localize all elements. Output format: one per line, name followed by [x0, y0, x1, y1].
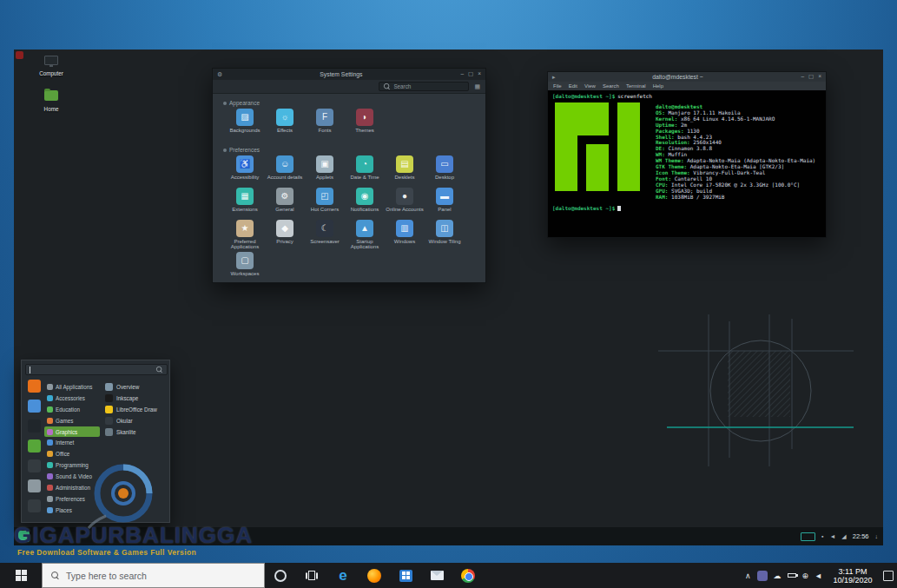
settings-item-notifications[interactable]: ◉Notifications	[345, 188, 385, 220]
internet-icon	[47, 439, 53, 446]
menu-app-inkscape[interactable]: Inkscape	[103, 393, 169, 404]
hidden-icons-chevron[interactable]: ∧	[745, 571, 751, 580]
settings-item-label: Panel	[425, 207, 465, 212]
preferences-icon	[47, 496, 53, 502]
settings-item-desklets[interactable]: ▤Desklets	[385, 155, 425, 188]
start-button[interactable]	[0, 563, 42, 588]
settings-item-hot-corners[interactable]: ◰Hot Corners	[305, 188, 345, 220]
settings-icon-grid: ♿Accessibility☺Account details▣Applets◔D…	[225, 155, 472, 284]
view-toggle-icon[interactable]: ▦	[474, 83, 480, 90]
onedrive-icon[interactable]: ☁	[774, 571, 782, 580]
menu-category-education[interactable]: Education	[44, 404, 100, 415]
settings-item-label: Applets	[305, 175, 345, 180]
close-button[interactable]: ×	[478, 71, 481, 77]
menu-app-overview[interactable]: Overview	[103, 381, 169, 393]
shutdown-icon[interactable]	[28, 499, 41, 512]
settings-item-workspaces[interactable]: ▢Workspaces	[225, 252, 265, 284]
terminal-titlebar[interactable]: ▸ dalto@mdesktest ~ – ▢ ×	[548, 72, 826, 82]
maximize-button[interactable]: ▢	[468, 71, 473, 77]
file-manager-icon[interactable]	[28, 439, 41, 453]
web-browser-icon[interactable]	[28, 380, 41, 393]
menu-category-graphics[interactable]: Graphics	[44, 426, 100, 438]
mail-button[interactable]	[421, 563, 452, 588]
settings-item-panel[interactable]: ▬Panel	[425, 188, 465, 220]
settings-item-effects[interactable]: ☼Effects	[265, 109, 305, 141]
settings-titlebar[interactable]: ⚙ System Settings – ▢ ×	[213, 69, 485, 80]
menu-search-input[interactable]	[25, 364, 168, 375]
settings-item-general[interactable]: ⚙General	[265, 188, 305, 220]
settings-item-label: Date & Time	[345, 175, 385, 180]
settings-item-applets[interactable]: ▣Applets	[305, 155, 345, 188]
settings-item-startup-applications[interactable]: ▲Startup Applications	[345, 220, 385, 252]
notes-icon[interactable]: ▪	[821, 533, 823, 539]
terminal-body[interactable]: [dalto@mdesktest ~]$screenfetch dalto@md…	[548, 90, 826, 239]
close-button[interactable]: ×	[818, 74, 821, 80]
terminal-icon[interactable]	[28, 420, 41, 433]
settings-item-window-tiling[interactable]: ◫Window Tiling	[425, 220, 465, 252]
action-center-icon[interactable]	[883, 571, 894, 581]
settings-item-label: General	[265, 207, 305, 212]
network-icon[interactable]: ◢	[841, 533, 846, 540]
menu-app-skanlite[interactable]: Skanlite	[103, 426, 169, 438]
inner-clock[interactable]: 22:56	[853, 532, 869, 540]
text-cursor	[30, 367, 30, 373]
settings-item-screensaver[interactable]: ☾Screensaver	[305, 220, 345, 252]
store-button[interactable]	[390, 563, 421, 588]
settings-item-online-accounts[interactable]: ●Online Accounts	[385, 188, 425, 220]
maximize-button[interactable]: ▢	[808, 74, 814, 80]
settings-item-themes[interactable]: ◗Themes	[345, 109, 385, 141]
cortana-button[interactable]	[265, 563, 296, 588]
menu-app-okular[interactable]: Okular	[103, 415, 169, 426]
volume-icon[interactable]: ◄	[815, 571, 822, 580]
terminal-menu-help[interactable]: Help	[653, 83, 663, 89]
terminal-menu-file[interactable]: File	[553, 83, 562, 89]
system-settings-window: ⚙ System Settings – ▢ × Search ▦ Appeara…	[212, 68, 486, 283]
settings-item-accessibility[interactable]: ♿Accessibility	[225, 155, 265, 188]
logout-icon[interactable]	[28, 479, 41, 492]
all-applications-icon	[47, 384, 53, 390]
desklets-icon: ▤	[396, 155, 413, 173]
desktop-icon-computer[interactable]: Computer	[31, 53, 71, 76]
terminal-menu-view[interactable]: View	[584, 83, 596, 89]
settings-item-fonts[interactable]: FFonts	[305, 109, 345, 141]
desktop-icon-home[interactable]: Home	[31, 89, 71, 112]
menu-category-accessories[interactable]: Accessories	[44, 393, 100, 404]
terminal-menu-search[interactable]: Search	[603, 83, 619, 89]
chrome-button[interactable]	[452, 563, 484, 588]
updates-icon[interactable]: ↓	[875, 533, 879, 539]
extensions-icon: ▦	[236, 188, 254, 205]
network-icon[interactable]: ⊕	[802, 571, 809, 580]
terminal-menu-edit[interactable]: Edit	[569, 83, 577, 89]
firefox-button[interactable]	[359, 563, 390, 588]
menu-category-internet[interactable]: Internet	[44, 437, 100, 448]
settings-search-input[interactable]: Search	[379, 82, 469, 91]
window-list-icon[interactable]	[801, 532, 815, 541]
minimize-button[interactable]: –	[801, 74, 804, 80]
edge-button[interactable]: e	[327, 563, 359, 588]
settings-item-backgrounds[interactable]: ▨Backgrounds	[225, 109, 265, 141]
settings-item-preferred-applications[interactable]: ★Preferred Applications	[225, 220, 265, 252]
menu-category-all-applications[interactable]: All Applications	[44, 381, 100, 393]
task-view-button[interactable]	[296, 563, 327, 588]
settings-item-desktop[interactable]: ▭Desktop	[425, 155, 465, 188]
teams-icon[interactable]	[757, 571, 768, 581]
terminal-menu-terminal[interactable]: Terminal	[626, 83, 646, 89]
lock-screen-icon[interactable]	[28, 459, 41, 472]
software-manager-icon[interactable]	[28, 400, 41, 413]
minimize-button[interactable]: –	[460, 71, 464, 77]
settings-item-windows[interactable]: ▥Windows	[385, 220, 425, 252]
settings-item-privacy[interactable]: ◆Privacy	[265, 220, 305, 252]
privacy-icon: ◆	[276, 220, 294, 237]
menu-category-games[interactable]: Games	[44, 415, 100, 426]
settings-item-label: Preferred Applications	[225, 239, 265, 250]
settings-item-extensions[interactable]: ▦Extensions	[225, 188, 265, 220]
fonts-icon: F	[316, 109, 333, 126]
store-icon	[399, 570, 412, 582]
menu-app-libreoffice-draw[interactable]: LibreOffice Draw	[103, 404, 169, 415]
settings-item-date-time[interactable]: ◔Date & Time	[345, 155, 385, 188]
settings-item-account-details[interactable]: ☺Account details	[265, 155, 305, 188]
battery-icon[interactable]	[788, 573, 796, 578]
taskbar-search-input[interactable]: Type here to search	[42, 563, 265, 588]
taskbar-clock[interactable]: 3:11 PM 10/19/2020	[828, 567, 877, 585]
volume-icon[interactable]: ◄	[829, 533, 835, 539]
